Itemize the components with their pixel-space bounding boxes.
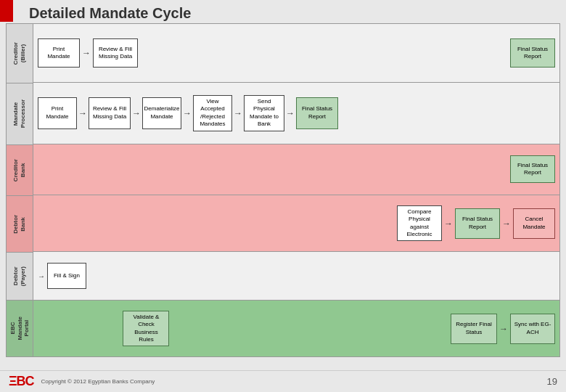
box-final-status-db: Final Status Report (455, 208, 500, 239)
page-footer: ΞΒC Copyright © 2012 Egyptian Banks Comp… (0, 370, 566, 392)
label-ebc-portal-text: EBCMandatePortal (9, 317, 30, 340)
page-header: Detailed Mandate Cycle (0, 0, 566, 23)
arrow-right-db2: → (502, 219, 511, 229)
row-mandate-processor: Print Mandate → Review & Fill Missing Da… (33, 83, 559, 144)
row-ebc-portal: Validate & Check Business Rules Register… (33, 301, 559, 356)
label-debtor-payer-text: Debtor(Payer) (12, 266, 26, 286)
row-creditor-bank: Final Status Report (33, 144, 559, 196)
box-review-fill-cb: Review & Fill Missing Data (93, 38, 138, 68)
arrow-right-mp2: → (132, 108, 141, 118)
box-compare-physical: Compare Physical against Electronic (397, 205, 442, 242)
arrow-right-mp4: → (234, 108, 242, 118)
box-cancel-mandate: Cancel Mandate (513, 208, 555, 239)
box-dematerialize: Dematerialize Mandate (142, 97, 181, 129)
page-title: Detailed Mandate Cycle (29, 5, 191, 22)
label-creditor-bank-text: CreditorBank (12, 159, 26, 181)
red-corner-accent (0, 0, 13, 22)
row-creditor-biller: Print Mandate → Review & Fill Missing Da… (33, 24, 559, 83)
content-column: Print Mandate → Review & Fill Missing Da… (33, 23, 560, 357)
arrow-right-mp1: → (78, 108, 87, 118)
arrow-right-mp5: → (286, 108, 295, 118)
box-validate-check: Validate & Check Business Rules (123, 311, 169, 347)
arrow-right-cb1: → (82, 48, 91, 58)
page-number: 19 (547, 376, 557, 387)
page-wrapper: Detailed Mandate Cycle Creditor(Biller) … (0, 0, 566, 392)
box-final-status-cb: Final Status Report (510, 38, 555, 68)
box-fill-sign: Fill & Sign (47, 263, 86, 289)
label-mandate-processor: MandateProcessor (7, 83, 33, 145)
row-debtor-payer: → Fill & Sign (33, 252, 559, 301)
box-sync-egach: Sync with EG-ACH (510, 314, 555, 344)
box-print-mandate-mp: Print Mandate (38, 97, 77, 129)
box-final-status-mp: Final Status Report (296, 97, 338, 129)
diagram-grid: Creditor(Biller) MandateProcessor Credit… (6, 23, 560, 357)
box-send-physical: Send Physical Mandate to Bank (244, 95, 284, 131)
row-labels-column: Creditor(Biller) MandateProcessor Credit… (6, 23, 33, 357)
box-final-status-crb: Final Status Report (510, 155, 555, 183)
label-creditor-bank: CreditorBank (7, 145, 33, 196)
footer-copyright: Copyright © 2012 Egyptian Banks Company (41, 378, 155, 385)
row-debtor-bank: Compare Physical against Electronic → Fi… (33, 195, 559, 252)
label-creditor-biller: Creditor(Biller) (7, 24, 33, 83)
label-debtor-bank: DebtorBank (7, 196, 33, 253)
label-debtor-bank-text: DebtorBank (12, 215, 26, 234)
arrow-right-dp0: → (38, 272, 45, 280)
label-debtor-payer: Debtor(Payer) (7, 253, 33, 301)
box-register-final-status: Register Final Status (451, 314, 497, 344)
box-view-accepted: View Accepted /Rejected Mandates (193, 95, 232, 131)
label-creditor-biller-text: Creditor(Biller) (12, 42, 26, 65)
box-review-fill-mp: Review & Fill Missing Data (89, 97, 131, 129)
label-mandate-processor-text: MandateProcessor (12, 99, 26, 128)
arrow-right-mp3: → (183, 108, 192, 118)
ebc-logo: ΞΒC (9, 374, 34, 389)
box-print-mandate-cb: Print Mandate (38, 38, 80, 68)
label-ebc-portal: EBCMandatePortal (7, 301, 33, 356)
arrow-right-db1: → (444, 219, 453, 229)
arrow-right-ebc1: → (499, 324, 508, 334)
